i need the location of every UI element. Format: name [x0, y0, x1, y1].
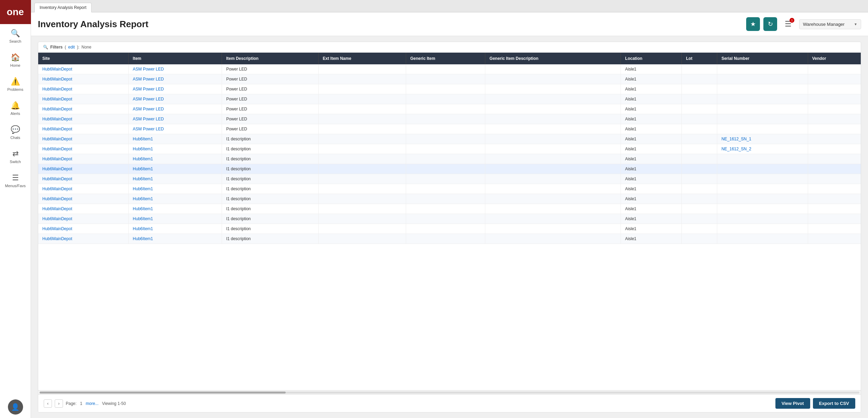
table-row: Hub6MainDepotHub6Item1I1 descriptionAisl… [38, 144, 861, 154]
table-cell [485, 174, 621, 184]
table-cell[interactable]: ASM Power LED [128, 84, 222, 94]
table-cell[interactable]: Hub6MainDepot [38, 154, 128, 164]
table-cell[interactable]: Hub6Item1 [128, 184, 222, 194]
table-cell[interactable]: Hub6MainDepot [38, 124, 128, 134]
tab-inventory-analysis[interactable]: Inventory Analysis Report [34, 3, 92, 12]
table-cell[interactable]: ASM Power LED [128, 74, 222, 84]
table-cell [406, 204, 485, 214]
notification-button[interactable]: ☰ 1 [781, 17, 796, 32]
table-cell: Power LED [222, 84, 319, 94]
table-cell [682, 74, 717, 84]
page-info: Page: 1 more... Viewing 1-50 [66, 401, 126, 406]
table-cell: Aisle1 [621, 194, 682, 204]
table-cell[interactable]: Hub6MainDepot [38, 194, 128, 204]
sidebar-search-label: Search [9, 39, 21, 43]
refresh-button[interactable]: ↻ [763, 17, 777, 31]
prev-page-button[interactable]: ‹ [44, 399, 52, 408]
table-cell[interactable]: Hub6MainDepot [38, 204, 128, 214]
table-cell[interactable]: Hub6MainDepot [38, 224, 128, 234]
table-cell: Power LED [222, 64, 319, 74]
table-cell [318, 144, 406, 154]
more-pages-link[interactable]: more... [86, 401, 98, 406]
table-cell: Aisle1 [621, 74, 682, 84]
table-cell [682, 144, 717, 154]
sidebar-item-search[interactable]: 🔍 Search [0, 24, 31, 48]
table-cell [682, 174, 717, 184]
sidebar: one 🔍 Search 🏠 Home ⚠️ Problems 🔔 Alerts… [0, 0, 31, 418]
table-cell [682, 154, 717, 164]
export-csv-button[interactable]: Export to CSV [813, 398, 855, 409]
table-cell[interactable]: NE_1612_SN_2 [717, 144, 808, 154]
table-cell[interactable]: Hub6MainDepot [38, 184, 128, 194]
table-cell[interactable]: ASM Power LED [128, 94, 222, 104]
table-cell: Power LED [222, 94, 319, 104]
table-cell[interactable]: Hub6Item1 [128, 234, 222, 244]
table-cell: I1 description [222, 174, 319, 184]
table-cell: Aisle1 [621, 164, 682, 174]
table-cell [682, 224, 717, 234]
table-row: Hub6MainDepotASM Power LEDPower LEDAisle… [38, 94, 861, 104]
sidebar-item-problems[interactable]: ⚠️ Problems [0, 72, 31, 96]
table-cell[interactable]: Hub6Item1 [128, 224, 222, 234]
table-cell[interactable]: Hub6MainDepot [38, 214, 128, 224]
table-cell[interactable]: ASM Power LED [128, 124, 222, 134]
table-cell [682, 94, 717, 104]
table-cell[interactable]: Hub6Item1 [128, 144, 222, 154]
table-cell[interactable]: Hub6MainDepot [38, 94, 128, 104]
table-cell[interactable]: Hub6MainDepot [38, 164, 128, 174]
table-cell[interactable]: Hub6Item1 [128, 204, 222, 214]
sidebar-item-alerts[interactable]: 🔔 Alerts [0, 96, 31, 120]
scroll-track [40, 392, 859, 394]
table-cell[interactable]: Hub6MainDepot [38, 234, 128, 244]
table-cell[interactable]: Hub6Item1 [128, 134, 222, 144]
table-cell [717, 94, 808, 104]
table-cell[interactable]: Hub6MainDepot [38, 144, 128, 154]
table-cell [318, 114, 406, 124]
table-cell [808, 174, 861, 184]
page-title: Inventory Analysis Report [38, 19, 743, 30]
table-cell: I1 description [222, 164, 319, 174]
table-cell [682, 214, 717, 224]
table-cell [808, 104, 861, 114]
table-cell[interactable]: Hub6MainDepot [38, 114, 128, 124]
sidebar-item-home[interactable]: 🏠 Home [0, 48, 31, 72]
table-cell [485, 124, 621, 134]
table-cell[interactable]: Hub6Item1 [128, 214, 222, 224]
horizontal-scrollbar[interactable] [38, 390, 861, 394]
table-cell[interactable]: Hub6MainDepot [38, 174, 128, 184]
table-cell[interactable]: ASM Power LED [128, 64, 222, 74]
table-cell[interactable]: Hub6Item1 [128, 154, 222, 164]
sidebar-item-menus[interactable]: ☰ Menus/Favs [0, 169, 31, 193]
next-page-button[interactable]: › [55, 399, 63, 408]
table-cell [485, 234, 621, 244]
table-cell [808, 224, 861, 234]
table-cell [485, 154, 621, 164]
filter-edit-link[interactable]: edit [68, 45, 75, 50]
table-cell[interactable]: Hub6MainDepot [38, 104, 128, 114]
view-pivot-button[interactable]: View Pivot [775, 398, 810, 409]
table-cell[interactable]: Hub6MainDepot [38, 134, 128, 144]
table-cell: Aisle1 [621, 114, 682, 124]
table-cell[interactable]: ASM Power LED [128, 104, 222, 114]
table-cell[interactable]: ASM Power LED [128, 114, 222, 124]
notification-badge: 1 [790, 18, 794, 23]
sidebar-menus-label: Menus/Favs [5, 184, 26, 188]
table-cell[interactable]: Hub6Item1 [128, 194, 222, 204]
table-cell[interactable]: Hub6MainDepot [38, 74, 128, 84]
col-site: Site [38, 53, 128, 64]
table-cell[interactable]: NE_1612_SN_1 [717, 134, 808, 144]
table-cell[interactable]: Hub6Item1 [128, 164, 222, 174]
table-cell[interactable]: Hub6MainDepot [38, 84, 128, 94]
favorite-button[interactable]: ★ [746, 17, 760, 31]
table-cell [406, 164, 485, 174]
table-cell [808, 204, 861, 214]
content-area: 🔍 Filters ( edit ): None Site Item Item … [31, 36, 868, 418]
user-dropdown[interactable]: Warehouse Manager ▼ [799, 19, 861, 29]
table-cell: Aisle1 [621, 124, 682, 134]
avatar[interactable]: 👤 [8, 399, 23, 415]
table-cell[interactable]: Hub6Item1 [128, 174, 222, 184]
app-logo[interactable]: one [0, 0, 31, 24]
table-cell[interactable]: Hub6MainDepot [38, 64, 128, 74]
sidebar-item-chats[interactable]: 💬 Chats [0, 120, 31, 144]
sidebar-item-switch[interactable]: ⇄ Switch [0, 144, 31, 169]
